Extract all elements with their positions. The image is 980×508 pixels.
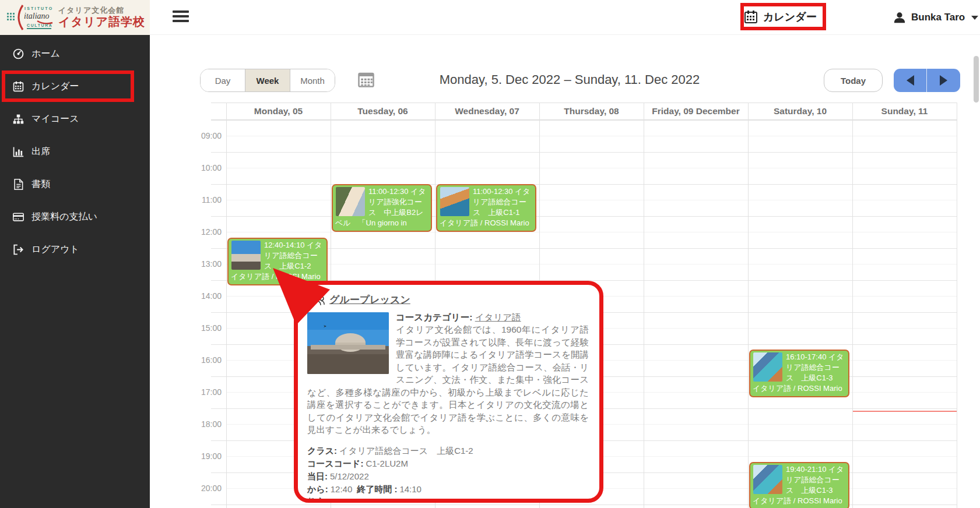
time-label: 20:00 [184,472,222,505]
detail-date: 当日:5/12/2022 [307,470,589,483]
logo-line2: イタリア語学校 [58,15,145,29]
event-thumbnail-image [440,187,469,216]
sidebar-item-calendar[interactable]: カレンダー [0,70,150,103]
header-calendar-button[interactable]: カレンダー [744,6,817,27]
event-time: 11:00-12:30 [368,187,408,196]
time-label: 09:00 [184,120,222,152]
sidebar-item-label: 授業料の支払い [31,211,97,223]
sidebar-nav: ホーム カレンダー マイコース 出席 [0,35,150,508]
svg-text:italiano: italiano [24,12,50,20]
time-label: 18:00 [184,408,222,440]
sidebar-item-tuition-payment[interactable]: 授業料の支払い [0,200,150,233]
svg-text:ISTITUTO: ISTITUTO [24,6,53,10]
page-scrollbar-thumb[interactable] [974,56,979,103]
event-thumbnail-image [753,465,782,494]
sidebar-item-label: ホーム [31,48,60,60]
logo-line1: イタリア文化会館 [58,6,145,15]
day-header-monday: Monday, 05 [226,103,331,119]
datepicker-calendar-icon[interactable] [357,70,375,88]
event-footer: イタリア語 / ROSSI Mario [440,218,533,228]
detail-course-code: コースコード:C1-2LU2M [307,457,589,470]
day-header-thursday: Thursday, 08 [539,103,644,119]
arrow-right-icon [940,75,947,86]
sidebar-item-attendance[interactable]: 出席 [0,135,150,168]
sidebar-item-home[interactable]: ホーム [0,37,150,70]
course-photo [307,312,389,374]
user-name: Bunka Taro [911,12,965,23]
sidebar-item-label: 出席 [31,146,50,158]
sidebar-item-label: 書類 [31,178,50,190]
detail-room: 教室:Aula 3 Gadda [307,496,589,503]
event-thumbnail-image [336,187,365,216]
sidebar-item-label: マイコース [31,113,79,125]
sidebar-item-documents[interactable]: 書類 [0,168,150,200]
document-icon [13,179,24,190]
day-header-wednesday: Wednesday, 07 [435,103,539,119]
day-header-friday: Friday, 09 December [644,103,748,119]
detail-time: から:12:40終了時間 :14:10 [307,483,589,496]
school-logo[interactable]: ISTITUTO italiano CULTURA イタリア文化会館 イタリア語… [0,0,150,35]
sidebar-item-my-courses[interactable]: マイコース [0,103,150,135]
group-lesson-link[interactable]: グループレッスン [329,293,410,306]
sidebar-item-logout[interactable]: ログアウト [0,233,150,266]
logout-icon [13,244,24,255]
sitemap-icon [13,114,24,125]
next-week-button[interactable] [927,69,960,92]
calendar-icon [13,81,24,92]
event-time: 11:00-12:30 [473,187,512,196]
time-label: 17:00 [184,376,222,408]
prev-week-button[interactable] [894,69,927,92]
calendar-event-monday-c1-2[interactable]: 12:40-14:10 イタリア語総合コース 上級C1-2 イタリア語 / RO… [227,238,328,285]
time-label: 10:00 [184,152,222,184]
app-root: ISTITUTO italiano CULTURA イタリア文化会館 イタリア語… [0,0,980,508]
time-label: 14:00 [184,280,222,312]
day-header-sunday: Sunday, 11 [852,103,957,119]
week-nav [894,69,960,92]
event-footer: イタリア語 / ROSSI Mario [753,496,846,506]
view-month-button[interactable]: Month [290,69,335,91]
sidebar-item-label: ログアウト [31,244,79,256]
header-calendar-label: カレンダー [763,10,817,24]
calendar-event-wednesday-c1-1[interactable]: 11:00-12:30 イタリア語総合コース 上級C1-1 イタリア語 / RO… [436,184,536,232]
time-label: 13:00 [184,248,222,280]
view-week-button[interactable]: Week [245,69,290,91]
bar-chart-icon [13,146,24,157]
credit-card-icon [13,211,24,223]
event-time: 12:40-14:10 [264,241,304,249]
time-label: 15:00 [184,312,222,344]
calendar-event-saturday-c1-3-afternoon[interactable]: 16:10-17:40 イタリア語総合コース 上級C1-3 イタリア語 / RO… [749,350,849,397]
user-icon [893,11,906,24]
view-switcher: Day Week Month [200,69,335,92]
event-time: 16:10-17:40 [786,352,826,361]
time-label: 16:00 [184,344,222,376]
istituto-logo-icon: ISTITUTO italiano CULTURA [5,3,56,31]
calendar-event-saturday-c1-3-evening[interactable]: 19:40-21:10 イタリア語総合コース 上級C1-3 イタリア語 / RO… [749,462,849,508]
sidebar-item-label: カレンダー [31,80,79,93]
event-thumbnail-image [231,241,261,270]
current-time-indicator [853,411,957,412]
chevron-down-icon [971,16,978,20]
event-detail-tooltip: グループレッスン コースカテゴリー: イタリア語 イタリア文化会館では、1960… [294,281,603,503]
top-header: ISTITUTO italiano CULTURA イタリア文化会館 イタリア語… [0,0,980,35]
today-button[interactable]: Today [824,69,883,92]
time-label: 11:00 [184,184,222,216]
time-label: 12:00 [184,216,222,248]
detail-class: クラス:イタリア語総合コース 上級C1-2 [307,444,589,457]
day-header-saturday: Saturday, 10 [748,103,852,119]
category-link[interactable]: イタリア語 [475,312,521,322]
calendar-icon [744,10,758,24]
user-menu[interactable]: Bunka Taro [893,8,978,27]
arrow-left-icon [907,75,914,86]
event-thumbnail-image [753,352,782,382]
time-label: 19:00 [184,440,222,472]
view-day-button[interactable]: Day [201,69,245,91]
event-time: 19:40-21:10 [786,465,826,474]
hamburger-menu-icon[interactable] [173,10,189,24]
calendar-event-tuesday-b2[interactable]: 11:00-12:30 イタリア語強化コース 中上級B2レベル 「Un gior… [332,184,432,232]
event-footer: イタリア語 / ROSSI Mario [753,383,846,394]
category-label: コースカテゴリー: [396,312,472,322]
dashboard-icon [13,48,24,59]
week-range-title: Monday, 5. Dec 2022 – Sunday, 11. Dec 20… [361,72,778,87]
group-lesson-icon [308,294,325,306]
day-header-tuesday: Tuesday, 06 [331,103,435,119]
